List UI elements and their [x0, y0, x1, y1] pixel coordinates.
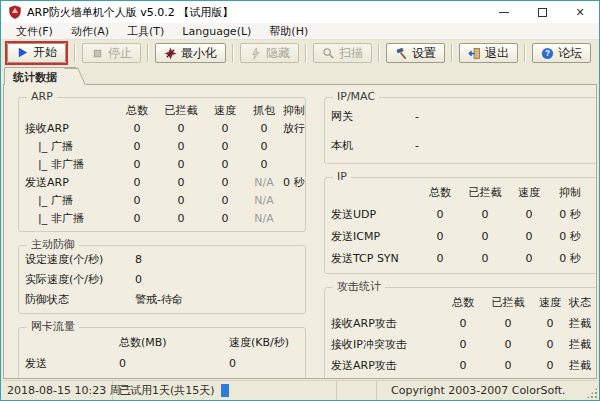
stat-row: 接收 0 0 [25, 374, 299, 379]
attack-stats-group-title: 攻击统计 [333, 281, 385, 293]
left-column: ARP 总数 已拦截 速度 抓包 抑制 接收ARP 0 0 0 0 放行 [18, 91, 306, 374]
col-header: 速度 [531, 292, 569, 313]
tab-statistics-label: 统计数据 [13, 71, 57, 84]
menu-language[interactable]: Language(L) [173, 24, 260, 39]
status-value: 拦截 [569, 334, 591, 355]
stat-row: 接收ARP攻击 0 0 0 拦截 [331, 313, 591, 334]
menu-tools[interactable]: 工具(T) [118, 23, 173, 40]
play-icon [16, 46, 29, 59]
toolbar-separator [451, 44, 453, 62]
row-label: 网关 [331, 102, 415, 131]
row-label: |_ 广播 [25, 138, 117, 156]
row-label: 防御状态 [25, 290, 135, 310]
window-controls: ✕ [485, 1, 599, 23]
row-label: 实际速度(个/秒) [25, 270, 135, 290]
row-label: 发送ARP攻击 [331, 355, 441, 376]
menu-help[interactable]: 帮助(H) [260, 23, 317, 40]
ip-header-row: 总数 已拦截 速度 抑制 [331, 182, 591, 204]
stat-row: 设定速度(个/秒) 8 [25, 250, 299, 270]
toolbar-separator [147, 44, 149, 62]
tab-statistics[interactable]: 统计数据 [4, 67, 76, 85]
shield-icon [8, 5, 22, 19]
hide-button[interactable]: 隐藏 [240, 43, 299, 63]
statusbar: 2018-08-15 10:23 周三 已试用1天(共15天) Copyrigh… [1, 380, 599, 400]
exit-button[interactable]: 退出 [459, 43, 518, 63]
row-label: 发送TCP SYN [331, 248, 419, 270]
close-icon: ✕ [575, 7, 584, 18]
titlebar: ARP防火墙单机个人版 v5.0.2 【试用版】 ✕ [1, 1, 599, 23]
arp-header-row: 总数 已拦截 速度 抓包 抑制 [25, 102, 299, 120]
row-label: |_ 非广播 [25, 210, 117, 228]
stop-button[interactable]: 停止 [82, 43, 141, 63]
col-header: 已拦截 [157, 102, 205, 120]
row-label: |_ 非广播 [25, 156, 117, 174]
status-value: 拦截 [569, 376, 591, 379]
col-header: 速度 [205, 102, 245, 120]
row-label: 接收 [25, 374, 119, 379]
minimize-icon [499, 12, 509, 13]
row-label: 发送ARP [25, 174, 117, 192]
stat-row: 接收ARP 0 0 0 0 放行 [25, 120, 299, 138]
toolbar-separator [232, 44, 234, 62]
col-header: 状态 [569, 292, 591, 313]
col-header: 总数(MB) [119, 332, 229, 353]
col-header: 总数 [441, 292, 485, 313]
stat-row: 实际速度(个/秒) 0 [25, 270, 299, 290]
stat-row: 防御状态 警戒-待命 [25, 290, 299, 310]
maximize-button[interactable] [523, 1, 561, 23]
stat-row: |_ 非广播 0 0 0 N/A [25, 210, 299, 228]
exit-door-icon [468, 47, 481, 60]
row-label: 接收ARP [25, 120, 117, 138]
close-button[interactable]: ✕ [561, 1, 599, 23]
row-label: 发送 [25, 353, 119, 374]
minimize-button[interactable] [485, 1, 523, 23]
minimize-to-tray-button[interactable]: 最小化 [155, 43, 226, 63]
stat-row: 网关 - [331, 102, 591, 131]
menu-action[interactable]: 动作(A) [62, 23, 118, 40]
row-label: 发送UDP [331, 204, 419, 226]
row-label: 本机 [331, 131, 415, 160]
settings-button-label: 设置 [412, 45, 436, 62]
col-header: 抑制 [549, 182, 591, 204]
hide-button-label: 隐藏 [266, 45, 290, 62]
menubar: 文件(F) 动作(A) 工具(T) Language(L) 帮助(H) [1, 23, 599, 40]
active-defense-group: 主动防御 设定速度(个/秒) 8 实际速度(个/秒) 0 防御状态 警戒-待命 [18, 245, 306, 314]
arp-group: ARP 总数 已拦截 速度 抓包 抑制 接收ARP 0 0 0 0 放行 [18, 97, 306, 232]
nic-traffic-group-title: 网卡流量 [27, 321, 79, 333]
col-header: 总数 [419, 182, 461, 204]
forum-button[interactable]: ? 论坛 [532, 43, 591, 63]
row-label: |_ 广播 [25, 192, 117, 210]
col-header: 已拦截 [461, 182, 509, 204]
nic-traffic-group: 网卡流量 总数(MB) 速度(KB/秒) 发送 0 0 接收 0 0 [18, 327, 306, 379]
stop-icon [91, 47, 104, 60]
status-copyright: Copyright 2003-2007 ColorSoft. [377, 381, 599, 400]
toolbar-separator [524, 44, 526, 62]
stat-row: 发送ARP 0 0 0 N/A 0 秒 [25, 174, 299, 192]
status-value: 拦截 [569, 313, 591, 334]
menu-file[interactable]: 文件(F) [7, 23, 62, 40]
maximize-icon [538, 8, 547, 17]
toolbar: 开始 停止 最小化 隐藏 扫描 [1, 40, 599, 66]
status-value: 拦截 [569, 355, 591, 376]
status-trial-text: 已试用1天(共15天) [119, 383, 215, 398]
attack-stats-group: 攻击统计 总数 已拦截 速度 状态 接收ARP攻击 0 0 0 拦截 接收IP冲… [324, 287, 597, 379]
col-header: 抑制 [283, 102, 305, 120]
stat-row: 发送伪造IP攻击 0 0 0 拦截 [331, 376, 591, 379]
arp-group-title: ARP [27, 91, 57, 103]
row-label: 设定速度(个/秒) [25, 250, 135, 270]
col-header: 总数 [117, 102, 157, 120]
hammer-icon [395, 47, 408, 60]
status-spacer-panel [337, 381, 377, 400]
svg-text:?: ? [545, 48, 550, 58]
col-header: 已拦截 [485, 292, 531, 313]
start-button[interactable]: 开始 [7, 43, 66, 63]
status-trial-panel: 已试用1天(共15天) [113, 381, 337, 400]
stat-row: |_ 广播 0 0 0 N/A [25, 192, 299, 210]
ip-mac-group-title: IP/MAC [333, 91, 379, 103]
exit-button-label: 退出 [485, 45, 509, 62]
window-title: ARP防火墙单机个人版 v5.0.2 【试用版】 [27, 5, 233, 20]
scan-button[interactable]: 扫描 [313, 43, 372, 63]
active-defense-group-title: 主动防御 [27, 239, 79, 251]
settings-button[interactable]: 设置 [386, 43, 445, 63]
start-button-label: 开始 [33, 44, 57, 61]
